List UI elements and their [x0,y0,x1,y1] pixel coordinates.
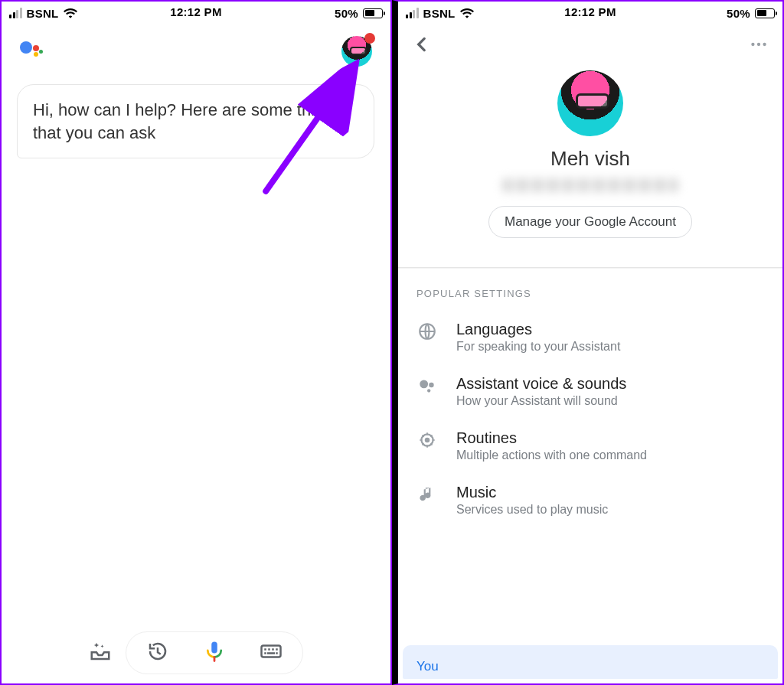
svg-rect-7 [276,648,278,651]
assistant-header [2,24,390,78]
account-header: Meh vish Manage your Google Account [398,67,782,255]
routines-icon [416,429,438,451]
battery-pct-label: 50% [727,7,750,20]
assistant-greeting-text: Hi, how can I help? Here are some things… [33,100,342,142]
mic-icon [203,640,226,663]
history-icon [146,640,169,663]
svg-rect-5 [268,648,270,651]
setting-subtitle: Multiple actions with one command [456,449,647,462]
tab-you[interactable]: You [416,659,439,674]
google-assistant-logo-icon [20,40,43,63]
svg-point-16 [429,383,434,388]
keyboard-button[interactable] [260,640,283,666]
battery-icon [363,8,383,18]
status-bar: BSNL 12:12 PM 50% [398,2,782,24]
carrier-label: BSNL [423,7,456,20]
avatar-large-icon [557,70,623,136]
battery-pct-label: 50% [335,7,358,20]
setting-subtitle: For speaking to your Assistant [456,340,620,354]
svg-point-13 [763,43,766,46]
svg-rect-9 [276,652,278,654]
globe-icon [416,321,438,342]
clock-label: 12:12 PM [170,5,221,18]
profile-avatar-button[interactable] [341,36,372,67]
svg-rect-1 [211,642,217,654]
music-note-icon [416,484,438,505]
svg-rect-8 [264,652,266,654]
svg-point-11 [751,43,754,46]
manage-account-button[interactable]: Manage your Google Account [488,206,692,238]
svg-rect-4 [264,648,266,651]
setting-title: Languages [456,321,620,338]
dots-horizontal-icon [749,34,769,54]
assistant-dots-icon [416,375,438,396]
setting-row-music[interactable]: Music Services used to play music [398,473,782,527]
chevron-left-icon [412,34,432,54]
setting-title: Routines [456,429,647,447]
wifi-icon [460,8,474,18]
assistant-main-screen: BSNL 12:12 PM 50% Hi, how can I help? He… [0,0,392,685]
signal-icon [406,8,419,18]
clock-label: 12:12 PM [564,5,616,18]
history-button[interactable] [146,640,169,666]
notification-badge-icon [364,33,375,44]
status-bar: BSNL 12:12 PM 50% [2,2,390,24]
keyboard-icon [260,640,283,663]
setting-row-routines[interactable]: Routines Multiple actions with one comma… [398,419,782,473]
overflow-menu-button[interactable] [749,34,769,57]
bottom-tab-bar: You [403,645,778,679]
wifi-icon [64,8,77,18]
setting-subtitle: How your Assistant will sound [456,394,626,408]
setting-title: Music [456,484,608,501]
account-email-blurred [502,178,678,192]
setting-title: Assistant voice & sounds [456,375,626,393]
signal-icon [9,8,22,18]
setting-row-languages[interactable]: Languages For speaking to your Assistant [398,310,782,364]
manage-account-label: Manage your Google Account [505,214,676,229]
assistant-input-bar [2,631,390,674]
svg-rect-10 [267,652,275,654]
explore-tray-button[interactable] [89,640,112,666]
section-title-popular-settings: POPULAR SETTINGS [398,268,782,310]
svg-rect-6 [272,648,274,651]
setting-row-voice[interactable]: Assistant voice & sounds How your Assist… [398,364,782,419]
setting-subtitle: Services used to play music [456,503,608,517]
back-button[interactable] [412,34,432,57]
carrier-label: BSNL [27,7,59,20]
svg-point-17 [427,389,430,392]
battery-icon [755,8,775,18]
assistant-greeting-bubble: Hi, how can I help? Here are some things… [17,84,374,158]
assistant-settings-screen: BSNL 12:12 PM 50% Meh vish Manage your G… [392,0,784,685]
inbox-sparkle-icon [89,640,112,663]
mic-button[interactable] [203,640,226,666]
svg-point-15 [420,380,428,388]
svg-point-12 [757,43,760,46]
svg-point-19 [425,438,430,443]
svg-rect-3 [262,646,281,657]
account-name: Meh vish [550,147,630,171]
